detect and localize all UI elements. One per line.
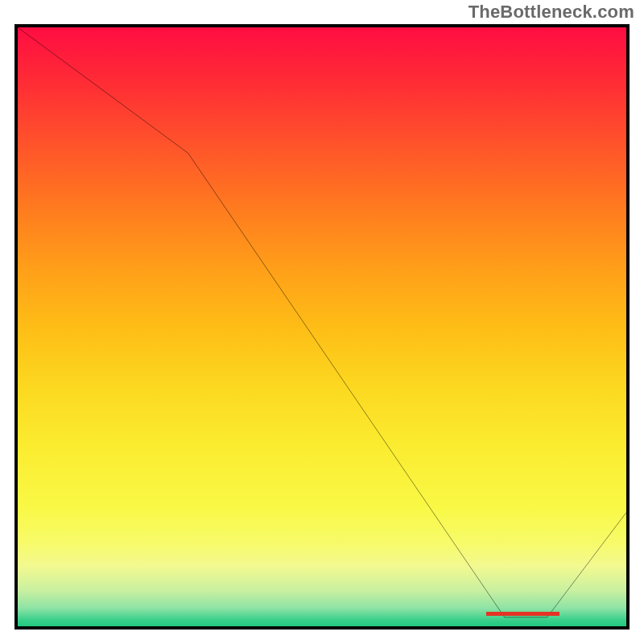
red-marker-bar — [486, 612, 559, 616]
chart-container: TheBottleneck.com — [0, 0, 644, 644]
watermark-label: TheBottleneck.com — [469, 2, 634, 23]
bottleneck-line — [18, 27, 626, 626]
bottleneck-curve-path — [18, 27, 626, 617]
plot-area — [14, 24, 630, 630]
